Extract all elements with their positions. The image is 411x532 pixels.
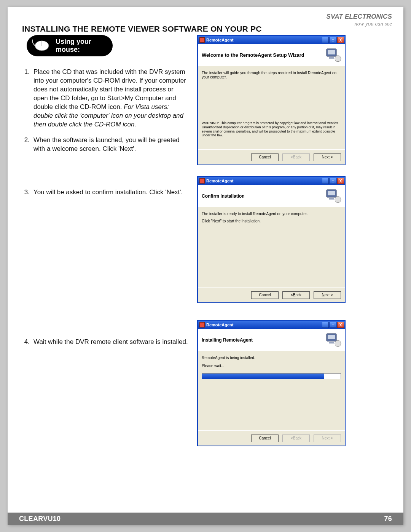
window-title: RemoteAgent	[206, 323, 234, 327]
maximize-button[interactable]: □	[330, 322, 336, 328]
app-icon	[199, 37, 205, 43]
step-2: 2. When the software is launched, you wi…	[22, 136, 190, 153]
minimize-button[interactable]: _	[322, 322, 329, 328]
svg-rect-8	[329, 198, 334, 200]
dialog-content: The installer will guide you through the…	[198, 66, 345, 149]
app-icon	[199, 322, 205, 328]
installer-dialog-welcome: RemoteAgent _ □ X Welcome to the RemoteA…	[197, 35, 346, 165]
titlebar: RemoteAgent _ □ X	[198, 321, 345, 329]
step-number: 3.	[22, 188, 33, 197]
mouse-icon	[30, 38, 53, 53]
button-row: Cancel < Back Next >	[198, 287, 345, 302]
installer-dialog-confirm: RemoteAgent _ □ X Confirm Installation T…	[197, 176, 346, 303]
brand-name: SVAT ELECTRONICS	[326, 13, 392, 21]
page-heading: INSTALLING THE REMOTE VIEWER SOFTWARE ON…	[22, 24, 262, 34]
app-icon	[199, 178, 205, 184]
button-row: Cancel < Back Next >	[198, 149, 345, 165]
minimize-button[interactable]: _	[322, 37, 329, 43]
next-button: Next >	[314, 435, 341, 442]
progress-fill	[202, 374, 324, 379]
svg-point-9	[335, 197, 341, 203]
dialog-content: The installer is ready to install Remote…	[198, 207, 345, 287]
svg-rect-7	[328, 191, 335, 195]
step-body: You will be asked to confirm installatio…	[33, 188, 190, 197]
cancel-button[interactable]: Cancel	[251, 291, 279, 299]
back-button: < Back	[282, 153, 310, 161]
progress-bar	[202, 373, 341, 379]
dialog-header: Confirm Installation	[198, 185, 345, 207]
button-row: Cancel < Back Next >	[198, 430, 345, 446]
dialog-title: Welcome to the RemoteAgent Setup Wizard	[202, 52, 304, 58]
dialog-header: Installing RemoteAgent	[198, 329, 345, 351]
dialog-body-text: The installer will guide you through the…	[202, 71, 341, 79]
step-body: Place the CD that was included with the …	[33, 68, 190, 129]
brand-tagline: now you can see	[326, 21, 392, 27]
minimize-button[interactable]: _	[322, 178, 329, 184]
installer-dialog-progress: RemoteAgent _ □ X Installing RemoteAgent…	[197, 320, 346, 446]
please-wait-label: Please wait...	[202, 364, 341, 368]
svg-point-13	[335, 340, 341, 347]
step-body: When the software is launched, you will …	[33, 136, 190, 153]
footer-model: CLEARVU10	[19, 515, 61, 523]
mouse-badge: Using your mouse:	[27, 35, 113, 56]
step-number: 1.	[22, 68, 33, 129]
installer-icon	[325, 46, 342, 63]
close-button[interactable]: X	[337, 178, 344, 184]
page-footer: CLEARVU10 76	[8, 513, 403, 525]
installer-icon	[325, 331, 342, 348]
dialog-warning-text: WARNING: This computer program is protec…	[202, 121, 341, 137]
window-title: RemoteAgent	[206, 38, 234, 42]
maximize-button[interactable]: □	[330, 178, 336, 184]
step-1: 1. Place the CD that was included with t…	[22, 68, 190, 129]
cancel-button[interactable]: Cancel	[251, 435, 279, 442]
step-3: 3. You will be asked to confirm installa…	[22, 188, 190, 197]
footer-page-number: 76	[384, 515, 392, 523]
svg-rect-12	[329, 342, 334, 343]
next-button[interactable]: Next >	[314, 291, 341, 299]
close-button[interactable]: X	[337, 37, 344, 43]
mouse-badge-label: Using your mouse:	[56, 38, 91, 53]
back-button[interactable]: < Back	[282, 291, 310, 299]
dialog-header: Welcome to the RemoteAgent Setup Wizard	[198, 44, 345, 66]
step-number: 4.	[22, 338, 33, 347]
titlebar: RemoteAgent _ □ X	[198, 36, 345, 44]
step-body: Wait while the DVR remote client softwar…	[33, 338, 190, 347]
mouse-badge-line2: mouse:	[56, 46, 91, 54]
dialog-title: Installing RemoteAgent	[202, 337, 253, 343]
dialog-body-text: Click "Next" to start the installation.	[202, 219, 341, 223]
svg-rect-4	[329, 57, 334, 59]
titlebar: RemoteAgent _ □ X	[198, 177, 345, 185]
dialog-content: RemoteAgent is being installed. Please w…	[198, 351, 345, 430]
mouse-badge-line1: Using your	[56, 38, 91, 46]
svg-rect-3	[328, 50, 335, 54]
dialog-body-text: The installer is ready to install Remote…	[202, 212, 341, 216]
window-title: RemoteAgent	[206, 179, 234, 183]
svg-rect-11	[328, 335, 335, 339]
installer-icon	[325, 187, 342, 204]
next-button[interactable]: Next >	[314, 153, 341, 161]
maximize-button[interactable]: □	[330, 37, 336, 43]
dialog-title: Confirm Installation	[202, 193, 245, 199]
document-page: SVAT ELECTRONICS now you can see INSTALL…	[8, 7, 403, 525]
step-4: 4. Wait while the DVR remote client soft…	[22, 338, 190, 347]
cancel-button[interactable]: Cancel	[251, 153, 279, 161]
brand-block: SVAT ELECTRONICS now you can see	[326, 13, 392, 27]
step-number: 2.	[22, 136, 33, 153]
back-button: < Back	[282, 435, 310, 442]
dialog-body-text: RemoteAgent is being installed.	[202, 356, 341, 360]
steps-list: 1. Place the CD that was included with t…	[22, 68, 190, 353]
close-button[interactable]: X	[337, 322, 344, 328]
svg-point-5	[335, 56, 341, 62]
